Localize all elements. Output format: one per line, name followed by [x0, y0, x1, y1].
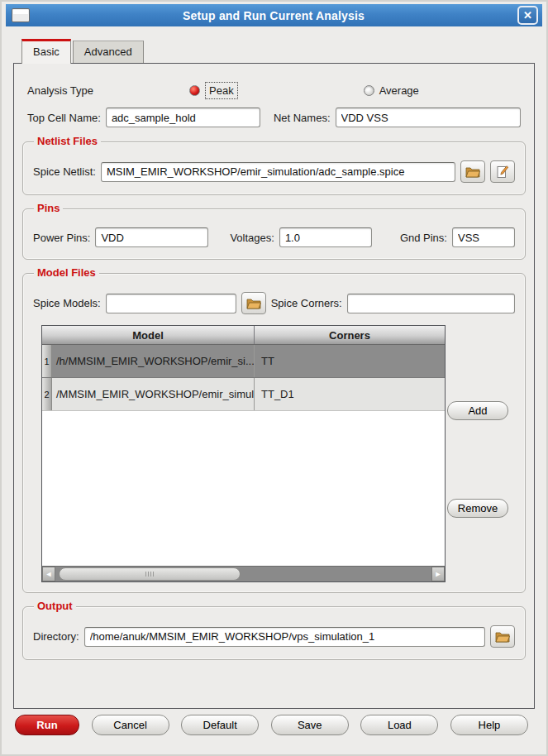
- netlist-files-title: Netlist Files: [34, 135, 101, 147]
- scroll-right-icon[interactable]: ►: [431, 567, 445, 581]
- model-table-header: Model Corners: [42, 326, 445, 345]
- model-files-group: Model Files Spice Models: Spice Corners:…: [22, 273, 526, 593]
- pins-group: Pins Power Pins: Voltages: Gnd Pins:: [22, 208, 526, 260]
- spice-netlist-label: Spice Netlist:: [33, 165, 96, 178]
- directory-row: Directory:: [33, 625, 515, 648]
- spice-models-browse-button[interactable]: [241, 292, 266, 314]
- folder-icon: [495, 631, 510, 643]
- row-number: 2: [42, 378, 52, 410]
- voltages-label: Voltages:: [230, 232, 274, 244]
- table-empty-area: [42, 411, 445, 566]
- basic-tab-panel: Analysis Type Peak Average Top Cell Name…: [13, 63, 535, 709]
- pins-row: Power Pins: Voltages: Gnd Pins:: [33, 227, 515, 247]
- column-header-corners[interactable]: Corners: [255, 326, 445, 344]
- net-names-label: Net Names:: [274, 112, 331, 124]
- save-button[interactable]: Save: [271, 715, 349, 735]
- scroll-left-icon[interactable]: ◄: [42, 567, 55, 581]
- power-pins-input[interactable]: [95, 227, 208, 247]
- add-button[interactable]: Add: [447, 401, 508, 420]
- spice-corners-label: Spice Corners:: [271, 297, 342, 309]
- output-group: Output Directory:: [22, 606, 526, 660]
- cancel-button[interactable]: Cancel: [92, 715, 169, 735]
- radio-average-label: Average: [379, 84, 419, 97]
- spice-netlist-input[interactable]: [101, 162, 455, 182]
- folder-icon: [465, 166, 480, 178]
- default-button[interactable]: Default: [181, 715, 259, 735]
- load-button[interactable]: Load: [360, 715, 438, 735]
- cell-model: /h/MMSIM_EMIR_WORKSHOP/emir_si...: [52, 345, 255, 377]
- title-bar: Setup and Run Current Analysis ✕: [6, 4, 542, 26]
- radio-peak-label: Peak: [205, 82, 238, 99]
- netlist-browse-button[interactable]: [460, 160, 485, 183]
- top-cell-name-input[interactable]: [106, 108, 260, 127]
- help-button[interactable]: Help: [450, 715, 528, 735]
- spice-corners-input[interactable]: [347, 294, 515, 313]
- directory-browse-button[interactable]: [490, 625, 515, 648]
- run-button[interactable]: Run: [15, 715, 79, 735]
- tab-basic[interactable]: Basic: [21, 39, 71, 64]
- action-button-row: Run Cancel Default Save Load Help: [15, 714, 528, 735]
- cell-net-row: Top Cell Name: Net Names:: [27, 107, 521, 128]
- spice-models-label: Spice Models:: [33, 297, 101, 309]
- column-header-model[interactable]: Model: [42, 326, 255, 344]
- edit-icon: [496, 165, 509, 179]
- model-table: Model Corners 1 /h/MMSIM_EMIR_WORKSHOP/e…: [41, 325, 446, 582]
- dialog-title: Setup and Run Current Analysis: [30, 9, 517, 22]
- analysis-type-label: Analysis Type: [27, 84, 189, 97]
- row-number: 1: [42, 345, 52, 377]
- gnd-pins-label: Gnd Pins:: [400, 232, 447, 244]
- radio-peak[interactable]: Peak: [189, 82, 238, 99]
- output-title: Output: [34, 600, 76, 612]
- analysis-type-row: Analysis Type Peak Average: [27, 80, 521, 100]
- horizontal-scrollbar[interactable]: ◄ ►: [42, 566, 445, 581]
- tab-advanced[interactable]: Advanced: [73, 41, 144, 63]
- gnd-pins-input[interactable]: [452, 227, 515, 247]
- net-names-input[interactable]: [336, 108, 521, 127]
- cell-model: /MMSIM_EMIR_WORKSHOP/emir_simul...: [52, 378, 255, 410]
- remove-button[interactable]: Remove: [447, 499, 508, 518]
- directory-input[interactable]: [84, 627, 485, 647]
- cell-corners: TT: [255, 345, 445, 377]
- spice-models-input[interactable]: [106, 294, 236, 313]
- close-icon: ✕: [523, 9, 532, 22]
- pins-title: Pins: [34, 202, 63, 214]
- radio-selected-icon[interactable]: [189, 85, 200, 96]
- spice-netlist-row: Spice Netlist:: [33, 160, 515, 183]
- table-row[interactable]: 1 /h/MMSIM_EMIR_WORKSHOP/emir_si... TT: [42, 345, 445, 378]
- tab-bar: Basic Advanced: [21, 39, 144, 63]
- close-button[interactable]: ✕: [517, 6, 538, 25]
- folder-icon: [246, 298, 261, 309]
- dialog-window: Setup and Run Current Analysis ✕ Basic A…: [0, 0, 548, 756]
- table-row[interactable]: 2 /MMSIM_EMIR_WORKSHOP/emir_simul... TT_…: [42, 378, 445, 411]
- top-cell-name-label: Top Cell Name:: [27, 112, 101, 124]
- netlist-files-group: Netlist Files Spice Netlist:: [22, 141, 526, 195]
- voltages-input[interactable]: [279, 227, 372, 247]
- window-icon: [12, 8, 30, 22]
- netlist-edit-button[interactable]: [490, 160, 515, 183]
- model-files-title: Model Files: [34, 266, 99, 279]
- scrollbar-thumb[interactable]: [59, 567, 241, 581]
- directory-label: Directory:: [33, 630, 79, 643]
- spice-models-row: Spice Models: Spice Corners:: [33, 292, 515, 314]
- radio-unselected-icon[interactable]: [364, 85, 374, 96]
- cell-corners: TT_D1: [255, 378, 445, 410]
- power-pins-label: Power Pins:: [33, 232, 90, 244]
- radio-average[interactable]: Average: [364, 84, 419, 97]
